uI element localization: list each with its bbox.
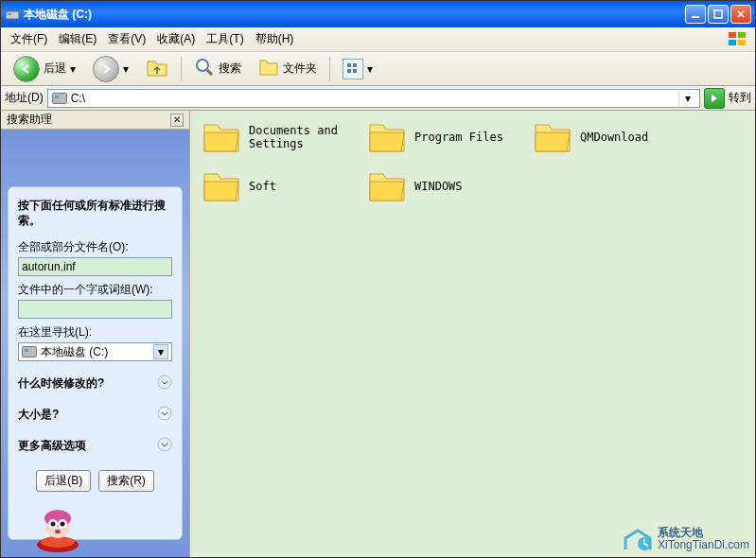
search-icon	[194, 57, 215, 80]
watermark-title: 系统天地	[658, 526, 703, 539]
chevron-down-icon: ▾	[70, 62, 76, 76]
address-dropdown[interactable]: ▾	[678, 89, 695, 108]
svg-rect-6	[729, 40, 736, 45]
folder-content-area: Documents andSettingsProgram FilesQMDown…	[190, 111, 755, 557]
when-label: 什么时候修改的?	[18, 375, 104, 392]
search-pane-close[interactable]: ✕	[170, 113, 184, 127]
drive-icon	[52, 93, 67, 104]
minimize-button[interactable]	[685, 5, 706, 24]
menu-help[interactable]: 帮助(H)	[250, 29, 300, 49]
search-sidebar: ➘ 按下面任何或所有标准进行搜索。 全部或部分文件名(O): 文件中的一个字或词…	[1, 130, 190, 557]
folders-label: 文件夹	[283, 61, 317, 77]
forward-button[interactable]: ▾	[86, 53, 135, 85]
svg-rect-1	[8, 13, 11, 15]
search-back-button[interactable]: 后退(B)	[36, 470, 91, 492]
drive-icon	[22, 346, 37, 357]
folders-button[interactable]: 文件夹	[252, 55, 324, 82]
folder-icon	[533, 120, 572, 154]
svg-rect-11	[347, 69, 351, 73]
svg-point-24	[55, 530, 61, 533]
svg-rect-7	[738, 40, 746, 45]
svg-point-8	[197, 60, 208, 71]
folder-item[interactable]: QMDownload	[533, 120, 698, 154]
go-label: 转到	[729, 90, 751, 106]
address-bar: 地址(D) C:\ ▾ 转到	[1, 86, 755, 111]
search-pane-header: 搜索助理 ✕	[1, 111, 189, 130]
search-companion-character[interactable]	[29, 501, 86, 553]
search-pane-title: 搜索助理	[7, 112, 170, 128]
search-heading: 按下面任何或所有标准进行搜索。	[18, 199, 172, 228]
toolbar: 后退 ▾ ▾ 搜索 文件夹 ▾	[1, 52, 755, 86]
lookin-value: 本地磁盘 (C:)	[41, 344, 108, 360]
word-label: 文件中的一个字或词组(W):	[18, 282, 172, 298]
menu-favorites[interactable]: 收藏(A)	[151, 29, 201, 49]
titlebar: 本地磁盘 (C:)	[1, 1, 755, 27]
folder-name: WINDOWS	[414, 180, 463, 193]
folder-name: QMDownload	[580, 131, 648, 144]
when-modified-disclose[interactable]: 什么时候修改的?	[18, 375, 172, 392]
svg-rect-5	[738, 32, 746, 38]
svg-rect-10	[353, 63, 357, 67]
chevron-down-icon	[157, 437, 172, 455]
view-icon	[343, 59, 363, 79]
back-button[interactable]: 后退 ▾	[7, 53, 82, 85]
svg-rect-4	[729, 32, 736, 38]
lookin-label: 在这里寻找(L):	[18, 324, 172, 340]
size-label: 大小是?	[18, 407, 59, 423]
lookin-select[interactable]: 本地磁盘 (C:) ▾	[18, 342, 172, 361]
svg-point-23	[61, 522, 65, 527]
maximize-button[interactable]	[708, 5, 729, 24]
search-submit-button[interactable]: 搜索(R)	[98, 470, 154, 492]
folder-icon	[367, 120, 407, 154]
menu-file[interactable]: 文件(F)	[5, 29, 53, 49]
menu-tools[interactable]: 工具(T)	[201, 29, 249, 49]
watermark-url: XiTongTianDi.com	[658, 538, 749, 551]
size-disclose[interactable]: 大小是?	[18, 406, 172, 424]
menu-edit[interactable]: 编辑(E)	[53, 29, 102, 49]
chevron-down-icon	[157, 375, 172, 392]
chevron-down-icon	[157, 406, 172, 424]
menu-view[interactable]: 查看(V)	[102, 29, 151, 49]
svg-rect-3	[714, 10, 722, 18]
folder-name: Soft	[249, 180, 276, 193]
folder-name: Program Files	[414, 131, 503, 144]
drive-icon	[5, 7, 20, 22]
window-title: 本地磁盘 (C:)	[24, 7, 685, 23]
chevron-down-icon: ▾	[153, 344, 168, 359]
svg-point-15	[158, 438, 171, 451]
folder-icon	[202, 169, 241, 203]
chevron-down-icon: ▾	[367, 62, 373, 76]
up-button[interactable]	[139, 54, 175, 83]
folder-item[interactable]: WINDOWS	[367, 169, 533, 203]
advanced-disclose[interactable]: 更多高级选项	[18, 437, 172, 455]
search-button[interactable]: 搜索	[187, 54, 248, 83]
folder-up-icon	[146, 57, 168, 80]
watermark: 系统天地 XiTongTianDi.com	[622, 525, 749, 553]
svg-point-14	[158, 407, 171, 420]
folder-icon	[202, 120, 241, 154]
folder-name: Documents andSettings	[249, 124, 338, 151]
svg-rect-2	[692, 16, 699, 18]
view-mode-button[interactable]: ▾	[336, 56, 379, 82]
svg-rect-12	[353, 69, 357, 73]
folder-item[interactable]: Program Files	[367, 120, 533, 154]
filename-input[interactable]	[18, 257, 172, 276]
word-input[interactable]	[18, 300, 172, 319]
back-label: 后退	[44, 61, 66, 77]
address-path: C:\	[71, 92, 85, 105]
window-buttons	[685, 5, 751, 24]
folder-item[interactable]: Soft	[202, 169, 367, 203]
filename-label: 全部或部分文件名(O):	[18, 239, 172, 255]
address-input[interactable]: C:\ ▾	[47, 89, 700, 108]
folder-icon	[367, 169, 407, 203]
address-label: 地址(D)	[5, 90, 44, 106]
svg-point-13	[158, 375, 171, 389]
folder-item[interactable]: Documents andSettings	[202, 120, 367, 154]
svg-rect-9	[347, 63, 351, 67]
close-button[interactable]	[730, 5, 751, 24]
folders-icon	[258, 58, 279, 79]
go-button[interactable]	[704, 88, 725, 109]
chevron-down-icon: ▾	[123, 62, 129, 76]
menubar: 文件(F) 编辑(E) 查看(V) 收藏(A) 工具(T) 帮助(H)	[1, 27, 755, 52]
watermark-logo-icon	[622, 525, 654, 553]
